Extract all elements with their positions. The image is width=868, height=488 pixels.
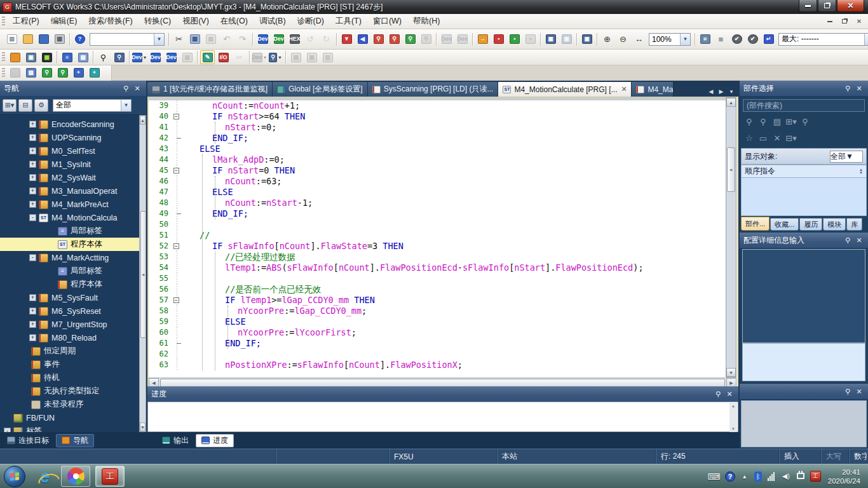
code-line-39[interactable]: 39nCount:=nCount+1;	[149, 100, 726, 111]
mdi-minimize-button[interactable]	[824, 17, 836, 27]
hidden-icons-arrow[interactable]: ▴	[740, 473, 750, 480]
spinner-icon[interactable]: ▲▼	[859, 168, 863, 175]
tree-item-标签[interactable]: -标签	[0, 424, 139, 432]
monitor-start-button[interactable]: ⚲	[403, 32, 417, 46]
write-to-plc-button[interactable]: ▼	[339, 32, 354, 46]
tree-item-M4_MarkPreAct[interactable]: +M4_MarkPreAct	[0, 198, 139, 211]
dock-tab-输出[interactable]: 输出	[156, 434, 194, 447]
close-icon[interactable]: ✕	[854, 387, 864, 396]
find-previous-button[interactable]: ⚲	[742, 115, 756, 128]
io-check-button[interactable]: I/O	[216, 50, 231, 64]
code-line-41[interactable]: 41nStart:=0;	[149, 122, 726, 133]
tree-item-M4_MarkActting[interactable]: -M4_MarkActting	[0, 251, 139, 264]
menu-item-3[interactable]: 转换(C)	[139, 14, 177, 29]
browser-360-taskbar-button[interactable]	[61, 466, 90, 487]
monitor-step-check-button[interactable]: ✔	[745, 32, 760, 46]
scroll-up-icon[interactable]: ▲	[726, 98, 736, 107]
code-line-59[interactable]: 59ELSE	[149, 316, 726, 327]
scroll-up-icon[interactable]: ▲	[140, 116, 146, 125]
pin-icon[interactable]: ⚲	[121, 84, 131, 93]
display-target-combobox[interactable]: 全部 ▼	[830, 151, 863, 163]
code-line-57[interactable]: 57−IF lTemp1>=lGap_CCDY0_mm THEN	[149, 295, 726, 306]
code-line-40[interactable]: 40−IF nStart>=64 THEN	[149, 111, 726, 122]
close-search-button[interactable]: ⚲	[798, 115, 812, 128]
keyword-search-combobox[interactable]: ▼	[90, 33, 165, 46]
document-tab-5[interactable]: M4_Ma	[632, 82, 674, 97]
bluetooth-icon[interactable]: ᛒ	[754, 471, 762, 482]
tree-item-FB/FUN[interactable]: +FB/FUN	[0, 411, 139, 424]
print-button[interactable]: ▤	[52, 32, 67, 46]
element-search-input[interactable]	[743, 99, 865, 112]
internet-explorer-icon[interactable]: e	[34, 466, 56, 487]
tree-item-局部标签[interactable]: +≡局部标签	[0, 264, 139, 278]
expand-icon[interactable]: +	[29, 161, 36, 168]
expand-icon[interactable]: +	[29, 294, 36, 301]
tree-item-M7_UrgentStop[interactable]: +M7_UrgentStop	[0, 318, 139, 331]
code-line-52[interactable]: 52−IF sFlawInfo[nCount].FlawState=3 THEN	[149, 241, 726, 252]
close-icon[interactable]: ✕	[724, 390, 735, 399]
volume-icon[interactable]: ◀)	[781, 472, 791, 480]
element-tab-4[interactable]: 模块	[823, 218, 846, 231]
mdi-close-button[interactable]: ✕	[853, 17, 865, 27]
collapse-icon[interactable]: -	[29, 214, 36, 221]
placement-mode-button[interactable]: ⊞▾	[784, 115, 798, 128]
nav-settings-button[interactable]: ⚙	[34, 99, 48, 112]
window-cascade-button[interactable]: ▣	[543, 32, 558, 46]
read-from-plc-button[interactable]: ◀	[355, 32, 370, 46]
insert-line-button[interactable]: +	[87, 66, 102, 80]
tree-item-无执行类型指定[interactable]: +无执行类型指定	[0, 384, 139, 398]
document-tab-1[interactable]: 1 [软元件/缓冲存储器批量监视]	[147, 82, 273, 97]
close-tab-icon[interactable]: ✕	[621, 85, 627, 93]
tab-scroll-right-icon[interactable]: ▶	[717, 86, 726, 97]
zoom-in-button[interactable]: ⊕	[600, 32, 614, 46]
code-line-48[interactable]: 48nCount:=nStart-1;	[149, 198, 726, 208]
monitor-status-button[interactable]: ⌗	[698, 32, 712, 46]
nav-display-filter-button[interactable]: ⊞▾	[3, 99, 17, 112]
tree-item-M5_SysFault[interactable]: +M5_SysFault	[0, 291, 139, 304]
gx-tray-icon[interactable]: 工	[810, 471, 821, 482]
display-detail-button[interactable]: ▤	[770, 115, 784, 128]
new-folder-button[interactable]: ▭	[756, 132, 770, 144]
help-button[interactable]: ?	[72, 32, 87, 46]
collapse-icon[interactable]: -	[29, 254, 36, 261]
code-line-47[interactable]: 47ELSE	[149, 187, 726, 198]
progress-scrollbar[interactable]: ▲▼	[729, 403, 737, 432]
tree-item-M3_ManualOperat[interactable]: +M3_ManualOperat	[0, 184, 139, 198]
convert-all-button[interactable]: ▤	[24, 66, 38, 80]
menu-item-9[interactable]: 窗口(W)	[367, 14, 407, 29]
tree-item-M1_SysInit[interactable]: +M1_SysInit	[0, 158, 139, 171]
tree-item-程序本体[interactable]: +ST程序本体	[0, 238, 139, 251]
run-button[interactable]: ▪	[507, 32, 522, 46]
label-editor-button[interactable]: ▤	[76, 50, 90, 64]
window-switch-button[interactable]: ▣	[580, 32, 594, 46]
dock-tab-导航[interactable]: 导航	[56, 434, 94, 447]
code-line-60[interactable]: 60nYcoorPre:=lYcoorFirst;	[149, 327, 726, 338]
code-line-45[interactable]: 45−IF nStart=0 THEN	[149, 165, 726, 176]
program-editor-button[interactable]: ≡	[60, 50, 74, 64]
edit-mode-button[interactable]: ✎	[200, 50, 215, 64]
minimize-button[interactable]	[799, 0, 817, 12]
document-tab-4[interactable]: STM4_MotionCalculate [PRG] [...✕	[498, 82, 632, 97]
zoom-out-button[interactable]: ⊖	[616, 32, 630, 46]
find-next-button[interactable]: ⚲	[756, 115, 770, 128]
device-find-dropdown-button[interactable]: ⚲▼	[268, 50, 283, 64]
code-line-62[interactable]: 62	[149, 349, 726, 360]
pin-icon[interactable]: ⚲	[843, 387, 853, 396]
tree-item-待机[interactable]: +待机	[0, 371, 139, 384]
tree-item-EncoderScanning[interactable]: +EncoderScanning	[0, 118, 139, 131]
tree-item-M0_SelfTest[interactable]: +M0_SelfTest	[0, 144, 139, 158]
tree-item-局部标签[interactable]: +≡局部标签	[0, 224, 139, 238]
copy-button[interactable]: ▤	[187, 32, 202, 46]
help-icon[interactable]: ?	[725, 471, 735, 482]
menu-item-2[interactable]: 搜索/替换(F)	[83, 14, 138, 29]
menu-item-10[interactable]: 帮助(H)	[407, 14, 445, 29]
fold-collapse-icon[interactable]: −	[173, 114, 179, 119]
config-input-view[interactable]	[742, 343, 865, 381]
close-icon[interactable]: ✕	[132, 84, 142, 93]
tab-scroll-left-icon[interactable]: ◀	[707, 86, 715, 97]
code-line-50[interactable]: 50	[149, 219, 726, 230]
menu-item-7[interactable]: 诊断(D)	[292, 14, 330, 29]
set-reset-button[interactable]: ▪	[491, 32, 506, 46]
code-line-43[interactable]: 43ELSE	[149, 144, 726, 154]
expand-icon[interactable]: +	[29, 187, 36, 194]
